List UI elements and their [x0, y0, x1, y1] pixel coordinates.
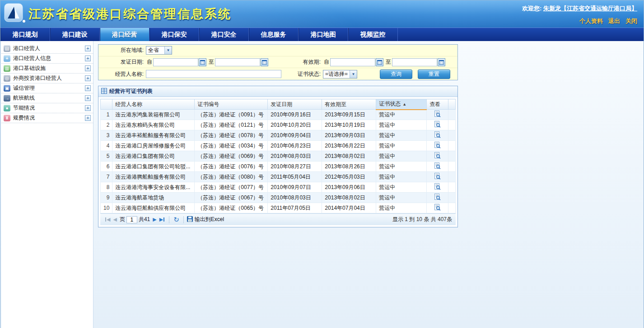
- reset-button[interactable]: 重置: [418, 69, 450, 79]
- table-row[interactable]: 6 连云港港口集团有限公司轮驳... （苏连）港经证（0076）号 2010年0…: [101, 162, 456, 172]
- view-icon[interactable]: [434, 173, 441, 181]
- next-page-icon[interactable]: ▶: [153, 217, 156, 222]
- sidebar-item-icon: [4, 45, 10, 52]
- nav-tab[interactable]: 港口安全: [199, 28, 249, 41]
- expand-button[interactable]: +: [85, 95, 91, 101]
- column-header-status[interactable]: 证书状态▲: [376, 99, 427, 110]
- expand-button[interactable]: +: [85, 75, 91, 81]
- column-header-issue-date[interactable]: 发证日期: [268, 99, 322, 110]
- view-icon[interactable]: [434, 204, 441, 212]
- expand-button[interactable]: +: [85, 46, 91, 51]
- filler-cell: [448, 182, 456, 193]
- status-cell: 营运中: [376, 162, 427, 172]
- table-row[interactable]: 3 连云港丰裕船舶服务有限公司 （苏连）港经证（0078）号 2010年09月0…: [101, 130, 456, 141]
- operator-name-input[interactable]: [146, 70, 281, 78]
- row-number: 7: [101, 172, 112, 182]
- view-icon[interactable]: [434, 194, 441, 202]
- expand-button[interactable]: +: [85, 55, 91, 61]
- query-button[interactable]: 查询: [380, 69, 412, 79]
- expand-button[interactable]: +: [85, 115, 91, 121]
- view-cell: [427, 162, 448, 172]
- sidebar-item[interactable]: 港口经营人 +: [1, 44, 93, 54]
- cert-no-cell: （苏连）港经证（0080）号: [195, 172, 268, 182]
- header-link[interactable]: 退出: [608, 18, 620, 24]
- sidebar-item-icon: [4, 95, 10, 102]
- column-header-valid-until[interactable]: 有效期至: [322, 99, 376, 110]
- validity-from-input[interactable]: [330, 58, 375, 66]
- sidebar-item[interactable]: 航班航线 +: [1, 93, 93, 103]
- cert-no-cell: （苏连）港经证（0034）号: [195, 141, 268, 151]
- status-cell: 营运中: [376, 172, 427, 182]
- export-excel-button[interactable]: 输出到Excel: [187, 216, 224, 223]
- nav-tab[interactable]: 港口保安: [149, 28, 199, 41]
- sidebar-item[interactable]: 节能情况 +: [1, 103, 93, 113]
- nav-tab-label: 信息服务: [261, 31, 286, 38]
- table-row[interactable]: 10 连云港海巨船舶供应有限公司 （苏连）港经证（0065）号 2011年07月…: [101, 203, 456, 213]
- sidebar-item[interactable]: 港口经营人信息 +: [1, 54, 93, 64]
- nav-tab[interactable]: 视频监控: [348, 28, 398, 41]
- calendar-icon[interactable]: [199, 58, 206, 66]
- calendar-icon[interactable]: [376, 58, 383, 66]
- page-input[interactable]: [126, 216, 137, 223]
- nav-tab[interactable]: 港口地图: [299, 28, 348, 41]
- issue-date-cell: 2010年10月20日: [268, 120, 322, 130]
- view-icon[interactable]: [434, 111, 441, 119]
- nav-tab[interactable]: 港口规划: [0, 28, 50, 41]
- sidebar-item[interactable]: 规费情况 +: [1, 113, 93, 123]
- sidebar-item[interactable]: 港口基础设施 +: [1, 64, 93, 74]
- app-logo-icon: [4, 3, 26, 26]
- operator-name-cell: 连云港港口集团有限公司轮驳...: [112, 162, 195, 172]
- calendar-icon[interactable]: [438, 58, 445, 66]
- region-select[interactable]: 全省 ▼: [146, 46, 172, 55]
- app-header: 江苏省省级港口综合管理信息系统 欢迎您: 朱新龙【江苏省交通运输厅港口局】 个人…: [0, 0, 644, 28]
- first-page-icon[interactable]: ◀: [105, 217, 110, 222]
- header-link[interactable]: 个人资料: [579, 18, 603, 24]
- view-cell: [427, 182, 448, 193]
- sidebar-item-icon: [4, 65, 10, 72]
- view-cell: [427, 151, 448, 162]
- region-select-value: 全省: [146, 46, 164, 54]
- last-page-icon[interactable]: ▶: [159, 217, 164, 222]
- table-row[interactable]: 4 连云港港口房屋维修服务公司 （苏连）港经证（0034）号 2010年06月2…: [101, 141, 456, 151]
- issue-date-cell: 2010年08月27日: [268, 162, 322, 172]
- nav-tab[interactable]: 港口建设: [50, 28, 100, 41]
- view-icon[interactable]: [434, 162, 441, 171]
- validity-to-input[interactable]: [392, 58, 437, 66]
- column-header-name[interactable]: 经营人名称: [112, 99, 195, 110]
- issue-date-label: 发证日期:: [98, 58, 146, 66]
- main-nav: 港口规划 港口建设 港口经营 港口保安 港口安全 信息服务 港口地图: [0, 28, 644, 41]
- table-row[interactable]: 7 连云港港腾船舶服务有限公司 （苏连）港经证（0080）号 2011年05月0…: [101, 172, 456, 182]
- view-icon[interactable]: [434, 142, 441, 150]
- view-icon[interactable]: [434, 152, 441, 160]
- view-icon[interactable]: [434, 131, 441, 139]
- status-cell: 营运中: [376, 182, 427, 193]
- calendar-icon[interactable]: [261, 58, 268, 66]
- table-row[interactable]: 2 连云港东粮码头有限公司 （苏连）港经证（0121）号 2010年10月20日…: [101, 120, 456, 130]
- welcome-prefix: 欢迎您:: [522, 5, 543, 12]
- expand-button[interactable]: +: [85, 85, 91, 91]
- nav-tab[interactable]: 港口经营: [100, 28, 149, 41]
- expand-button[interactable]: +: [85, 65, 91, 71]
- table-row[interactable]: 8 连云港港湾海事安全设备有限... （苏连）港经证（0077）号 2010年0…: [101, 182, 456, 193]
- view-icon[interactable]: [434, 183, 441, 191]
- sidebar-item[interactable]: 诚信管理 +: [1, 83, 93, 93]
- table-row[interactable]: 1 连云港东鸿集装箱有限公司 （苏连）港经证（0091）号 2010年09月16…: [101, 110, 456, 120]
- nav-tab[interactable]: 信息服务: [249, 28, 299, 41]
- column-header-cert-no[interactable]: 证书编号: [195, 99, 268, 110]
- view-icon[interactable]: [434, 121, 441, 129]
- refresh-icon[interactable]: ↻: [173, 216, 179, 224]
- column-header-number: [101, 99, 112, 110]
- operator-name-cell: 连云港海巨船舶供应有限公司: [112, 203, 195, 213]
- header-link[interactable]: 关闭: [625, 18, 637, 24]
- sidebar-item[interactable]: 外商投资港口经营人 +: [1, 74, 93, 83]
- expand-button[interactable]: +: [85, 105, 91, 111]
- issue-date-from-input[interactable]: [153, 58, 198, 66]
- app-title: 江苏省省级港口综合管理信息系统: [28, 6, 232, 22]
- status-select[interactable]: =请选择= ▼: [323, 70, 357, 79]
- issue-date-to-input[interactable]: [215, 58, 260, 66]
- previous-page-icon[interactable]: ◀: [113, 217, 117, 222]
- table-row[interactable]: 9 连云港海航基地货场 （苏连）港经证（0067）号 2010年08月03日 2…: [101, 193, 456, 203]
- table-row[interactable]: 5 连云港港口集团有限公司 （苏连）港经证（0069）号 2010年08月03日…: [101, 151, 456, 162]
- valid-until-cell: 2013年09月03日: [322, 130, 376, 141]
- application-window: 江苏省省级港口综合管理信息系统 欢迎您: 朱新龙【江苏省交通运输厅港口局】 个人…: [0, 0, 644, 328]
